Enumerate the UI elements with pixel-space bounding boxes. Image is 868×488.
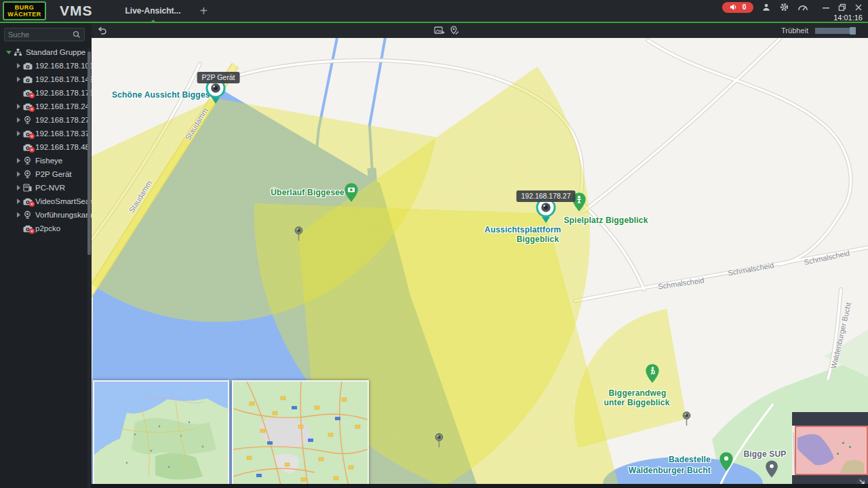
map-panel: Trübheit	[92, 23, 868, 488]
offline-badge: ×	[29, 201, 35, 207]
expander-icon[interactable]	[14, 171, 23, 177]
pole-camera-marker[interactable]	[435, 433, 443, 451]
device-label: P2P Gerät	[35, 170, 72, 178]
offline-badge: ×	[29, 228, 35, 234]
poi-label-badestelle-2: Waldenburger Bucht	[575, 466, 711, 475]
turbidity-label: Trübheit	[781, 26, 808, 35]
device-label: 192.168.178.176	[35, 89, 92, 97]
undo-icon[interactable]	[97, 26, 106, 35]
offline-badge: ×	[29, 134, 35, 139]
bottom-edge-strip	[92, 484, 868, 488]
expander-icon[interactable]	[14, 104, 23, 109]
overview-map	[792, 426, 868, 475]
minimize-button[interactable]	[822, 3, 830, 12]
slider-fill	[815, 28, 852, 34]
expander-icon[interactable]	[14, 117, 23, 123]
restore-window-button[interactable]	[838, 3, 846, 12]
map-toolbar: Trübheit	[92, 23, 868, 38]
pole-camera-marker[interactable]	[294, 226, 303, 245]
camera-offline-icon: ×	[23, 225, 35, 232]
alarm-count-badge: 0	[743, 3, 747, 11]
poi-label-schoene-aussicht: Schöne Aussicht Biggesee	[112, 90, 219, 100]
turbidity-slider[interactable]	[815, 28, 859, 34]
tab-live-view[interactable]: Live-Ansicht...	[121, 0, 185, 22]
sidebar-item-192-168-178-37[interactable]: × 192.168.178.37	[0, 127, 92, 140]
slider-handle[interactable]	[850, 27, 856, 35]
titlebar-right: 0 14	[722, 1, 863, 22]
alarm-mute-button[interactable]: 0	[722, 2, 753, 13]
search-input[interactable]	[8, 30, 73, 39]
minimap-overview-germany[interactable]	[93, 380, 229, 487]
poi-label-spielplatz: Spielplatz Biggeblick	[550, 216, 662, 225]
webcam-icon	[23, 157, 35, 165]
burg-waechter-logo: BURG WÄCHTER	[3, 1, 46, 20]
scrollbar-thumb[interactable]	[87, 52, 91, 255]
device-label: Fisheye	[35, 157, 62, 165]
camera-offline-icon: ×	[23, 103, 35, 110]
poi-label-aussichtsplattform-1: Aussichtsplattform	[469, 225, 577, 235]
user-icon[interactable]	[762, 3, 771, 12]
offline-badge: ×	[29, 93, 35, 98]
device-label: Vorführungskamera	[35, 211, 92, 219]
pin-badestelle[interactable]	[719, 451, 734, 474]
vms-window: BURG WÄCHTER VMS Live-Ansicht... + 0	[0, 0, 868, 488]
sidebar-item-192-168-178-27[interactable]: 192.168.178.27	[0, 113, 92, 127]
sidebar-item-videosmartsearch[interactable]: × VideoSmartSearch	[0, 195, 92, 208]
app-title: VMS	[60, 3, 93, 19]
pole-camera-marker[interactable]	[682, 411, 691, 430]
sidebar-item-fisheye[interactable]: Fisheye	[0, 154, 92, 167]
webcam-icon	[23, 170, 35, 178]
sidebar-item-pc-nvr[interactable]: PC-NVR	[0, 181, 92, 195]
pin-bigge-sup[interactable]	[765, 460, 778, 481]
sidebar-item-vorfuehrungskamera[interactable]: Vorführungskamera	[0, 208, 92, 222]
dashboard-gauge-icon[interactable]	[797, 3, 808, 12]
overview-inset[interactable]	[792, 412, 868, 488]
expander-icon[interactable]	[14, 185, 23, 190]
tooltip-192-168-178-27: 192.168.178.27	[517, 190, 576, 202]
pin-biggerandweg-hiking[interactable]	[645, 363, 660, 386]
sidebar-item-192-168-178-149[interactable]: 192.168.178.149	[0, 73, 92, 86]
offline-badge: ×	[29, 147, 35, 152]
expander-icon[interactable]	[14, 131, 23, 136]
expander-icon[interactable]	[14, 158, 23, 163]
map-canvas[interactable]: Staudamm Staudamm Schmalscheid Schmalsch…	[92, 38, 868, 488]
device-label: 192.168.178.48	[35, 143, 90, 151]
sidebar-item-p2p-geraet[interactable]: P2P Gerät	[0, 167, 92, 181]
sidebar-scrollbar[interactable]	[87, 47, 91, 488]
expander-icon[interactable]	[14, 77, 23, 82]
sidebar-item-192-168-178-48[interactable]: × 192.168.178.48	[0, 140, 92, 154]
device-label: PC-NVR	[35, 184, 65, 192]
camera-icon	[23, 76, 35, 83]
group-icon	[14, 48, 26, 56]
offline-badge: ×	[29, 106, 35, 112]
nvr-icon	[23, 184, 35, 192]
device-label: 192.168.178.149	[35, 75, 92, 83]
sidebar-item-192-168-178-101[interactable]: 192.168.178.101	[0, 59, 92, 73]
camera-offline-icon: ×	[23, 89, 35, 97]
sidebar-item-standard-gruppe[interactable]: Standard Gruppe	[0, 45, 92, 59]
expander-icon[interactable]	[14, 212, 23, 218]
poi-label-ueberlauf: Überlauf Biggesee	[252, 188, 344, 197]
sidebar-item-192-168-178-176[interactable]: × 192.168.178.176	[0, 86, 92, 100]
search-box[interactable]	[4, 28, 85, 41]
new-tab-button[interactable]: +	[200, 4, 208, 18]
close-button[interactable]	[854, 3, 863, 12]
sidebar-item-192-168-178-24[interactable]: × 192.168.178.24	[0, 100, 92, 113]
expander-icon[interactable]	[14, 63, 23, 68]
minimap-germany-art	[94, 382, 228, 485]
add-hotspot-pin-icon[interactable]	[450, 26, 459, 35]
titlebar: BURG WÄCHTER VMS Live-Ansicht... + 0	[0, 0, 868, 23]
add-map-image-icon[interactable]	[434, 26, 445, 35]
sidebar-item-p2pcko[interactable]: × p2pcko	[0, 222, 92, 235]
device-label: 192.168.178.101	[35, 62, 92, 70]
webcam-icon	[23, 116, 35, 124]
minimap-region-nrw[interactable]	[232, 380, 369, 487]
minimap-region-art	[233, 382, 368, 485]
device-label: 192.168.178.27	[35, 116, 90, 124]
expander-icon[interactable]	[14, 199, 23, 204]
settings-gear-icon[interactable]	[779, 2, 789, 12]
device-tree-sidebar: Standard Gruppe 192.168.178.101 192.168.…	[0, 23, 92, 488]
pin-ueberlauf-camera[interactable]	[344, 182, 359, 205]
expander-icon[interactable]	[4, 51, 14, 54]
group-label: Standard Gruppe	[26, 48, 85, 56]
